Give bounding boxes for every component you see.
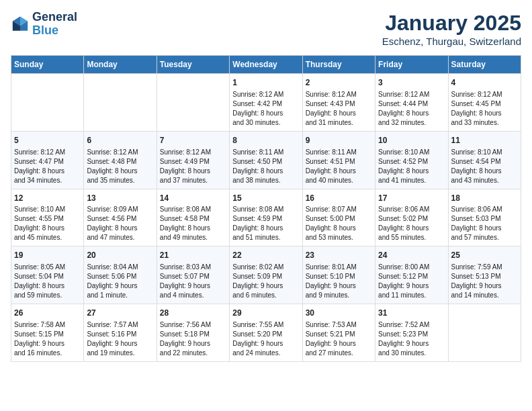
calendar-cell: 10Sunrise: 8:10 AM Sunset: 4:52 PM Dayli… [375, 131, 448, 189]
calendar-cell: 2Sunrise: 8:12 AM Sunset: 4:43 PM Daylig… [302, 74, 375, 132]
day-number: 10 [378, 135, 445, 146]
logo-icon [11, 15, 30, 34]
title-block: January 2025 Eschenz, Thurgau, Switzerla… [382, 11, 521, 47]
day-info: Sunrise: 8:03 AM Sunset: 5:07 PM Dayligh… [160, 263, 226, 300]
calendar-cell: 22Sunrise: 8:02 AM Sunset: 5:09 PM Dayli… [230, 246, 302, 304]
calendar-cell: 7Sunrise: 8:12 AM Sunset: 4:49 PM Daylig… [157, 131, 229, 189]
day-info: Sunrise: 8:10 AM Sunset: 4:54 PM Dayligh… [451, 148, 518, 185]
calendar-cell: 23Sunrise: 8:01 AM Sunset: 5:10 PM Dayli… [302, 246, 375, 304]
day-info: Sunrise: 8:12 AM Sunset: 4:45 PM Dayligh… [451, 90, 518, 128]
day-info: Sunrise: 8:10 AM Sunset: 4:55 PM Dayligh… [14, 205, 81, 242]
calendar-cell: 15Sunrise: 8:08 AM Sunset: 4:59 PM Dayli… [230, 189, 302, 246]
day-number: 3 [378, 77, 445, 89]
header-monday: Monday [84, 56, 157, 74]
calendar-cell: 28Sunrise: 7:56 AM Sunset: 5:18 PM Dayli… [157, 304, 229, 362]
calendar-cell: 17Sunrise: 8:06 AM Sunset: 5:02 PM Dayli… [375, 189, 448, 246]
day-number: 29 [232, 308, 299, 319]
calendar-cell [11, 74, 84, 132]
day-info: Sunrise: 8:06 AM Sunset: 5:02 PM Dayligh… [378, 205, 445, 242]
page-subtitle: Eschenz, Thurgau, Switzerland [382, 36, 521, 47]
day-info: Sunrise: 7:59 AM Sunset: 5:13 PM Dayligh… [451, 263, 518, 300]
day-number: 2 [306, 77, 372, 89]
day-info: Sunrise: 7:58 AM Sunset: 5:15 PM Dayligh… [14, 320, 81, 358]
calendar-cell: 9Sunrise: 8:11 AM Sunset: 4:51 PM Daylig… [302, 131, 375, 189]
day-info: Sunrise: 8:04 AM Sunset: 5:06 PM Dayligh… [87, 263, 153, 300]
calendar-cell: 4Sunrise: 8:12 AM Sunset: 4:45 PM Daylig… [448, 74, 521, 132]
day-info: Sunrise: 8:08 AM Sunset: 4:58 PM Dayligh… [160, 205, 226, 242]
day-number: 30 [306, 308, 372, 319]
day-info: Sunrise: 8:11 AM Sunset: 4:51 PM Dayligh… [306, 148, 372, 185]
calendar-week-row: 1Sunrise: 8:12 AM Sunset: 4:42 PM Daylig… [11, 74, 521, 132]
day-number: 4 [451, 77, 518, 89]
calendar-cell: 27Sunrise: 7:57 AM Sunset: 5:16 PM Dayli… [84, 304, 157, 362]
calendar-week-row: 12Sunrise: 8:10 AM Sunset: 4:55 PM Dayli… [11, 189, 521, 246]
day-info: Sunrise: 8:12 AM Sunset: 4:43 PM Dayligh… [306, 90, 372, 128]
day-info: Sunrise: 8:12 AM Sunset: 4:48 PM Dayligh… [87, 148, 153, 185]
day-number: 14 [160, 193, 226, 204]
header-wednesday: Wednesday [230, 56, 302, 74]
calendar-cell: 29Sunrise: 7:55 AM Sunset: 5:20 PM Dayli… [230, 304, 302, 362]
day-info: Sunrise: 8:05 AM Sunset: 5:04 PM Dayligh… [14, 263, 81, 300]
day-number: 18 [451, 193, 518, 204]
day-number: 24 [378, 250, 445, 261]
calendar-cell [448, 304, 521, 362]
day-info: Sunrise: 7:57 AM Sunset: 5:16 PM Dayligh… [87, 320, 153, 358]
calendar-cell: 31Sunrise: 7:52 AM Sunset: 5:23 PM Dayli… [375, 304, 448, 362]
header-saturday: Saturday [448, 56, 521, 74]
day-info: Sunrise: 8:02 AM Sunset: 5:09 PM Dayligh… [232, 263, 299, 300]
calendar-cell: 8Sunrise: 8:11 AM Sunset: 4:50 PM Daylig… [230, 131, 302, 189]
header-sunday: Sunday [11, 56, 84, 74]
day-number: 8 [232, 135, 299, 146]
day-info: Sunrise: 8:01 AM Sunset: 5:10 PM Dayligh… [306, 263, 372, 300]
calendar-week-row: 26Sunrise: 7:58 AM Sunset: 5:15 PM Dayli… [11, 304, 521, 362]
day-info: Sunrise: 8:12 AM Sunset: 4:42 PM Dayligh… [232, 90, 299, 128]
calendar-header-row: SundayMondayTuesdayWednesdayThursdayFrid… [11, 56, 521, 74]
calendar-cell: 6Sunrise: 8:12 AM Sunset: 4:48 PM Daylig… [84, 131, 157, 189]
day-number: 17 [378, 193, 445, 204]
day-info: Sunrise: 8:07 AM Sunset: 5:00 PM Dayligh… [306, 205, 372, 242]
day-number: 12 [14, 193, 81, 204]
header-thursday: Thursday [302, 56, 375, 74]
calendar-cell [157, 74, 229, 132]
header-friday: Friday [375, 56, 448, 74]
calendar-table: SundayMondayTuesdayWednesdayThursdayFrid… [11, 55, 521, 362]
calendar-cell: 18Sunrise: 8:06 AM Sunset: 5:03 PM Dayli… [448, 189, 521, 246]
calendar-cell: 13Sunrise: 8:09 AM Sunset: 4:56 PM Dayli… [84, 189, 157, 246]
day-info: Sunrise: 8:12 AM Sunset: 4:44 PM Dayligh… [378, 90, 445, 128]
day-info: Sunrise: 8:06 AM Sunset: 5:03 PM Dayligh… [451, 205, 518, 242]
day-number: 25 [451, 250, 518, 261]
page-title: January 2025 [382, 11, 521, 36]
calendar-cell: 16Sunrise: 8:07 AM Sunset: 5:00 PM Dayli… [302, 189, 375, 246]
day-number: 1 [232, 77, 299, 89]
day-info: Sunrise: 8:10 AM Sunset: 4:52 PM Dayligh… [378, 148, 445, 185]
logo-line2: Blue [32, 24, 77, 38]
calendar-cell: 5Sunrise: 8:12 AM Sunset: 4:47 PM Daylig… [11, 131, 84, 189]
calendar-cell: 14Sunrise: 8:08 AM Sunset: 4:58 PM Dayli… [157, 189, 229, 246]
day-number: 20 [87, 250, 153, 261]
day-number: 31 [378, 308, 445, 319]
calendar-cell: 24Sunrise: 8:00 AM Sunset: 5:12 PM Dayli… [375, 246, 448, 304]
page-header: General Blue January 2025 Eschenz, Thurg… [11, 11, 521, 47]
day-info: Sunrise: 7:55 AM Sunset: 5:20 PM Dayligh… [232, 320, 299, 358]
calendar-week-row: 5Sunrise: 8:12 AM Sunset: 4:47 PM Daylig… [11, 131, 521, 189]
day-number: 11 [451, 135, 518, 146]
day-number: 7 [160, 135, 226, 146]
logo: General Blue [11, 11, 77, 38]
calendar-cell [84, 74, 157, 132]
calendar-cell: 20Sunrise: 8:04 AM Sunset: 5:06 PM Dayli… [84, 246, 157, 304]
day-info: Sunrise: 8:11 AM Sunset: 4:50 PM Dayligh… [232, 148, 299, 185]
day-info: Sunrise: 7:56 AM Sunset: 5:18 PM Dayligh… [160, 320, 226, 358]
calendar-week-row: 19Sunrise: 8:05 AM Sunset: 5:04 PM Dayli… [11, 246, 521, 304]
calendar-cell: 1Sunrise: 8:12 AM Sunset: 4:42 PM Daylig… [230, 74, 302, 132]
calendar-cell: 19Sunrise: 8:05 AM Sunset: 5:04 PM Dayli… [11, 246, 84, 304]
day-info: Sunrise: 8:08 AM Sunset: 4:59 PM Dayligh… [232, 205, 299, 242]
day-number: 28 [160, 308, 226, 319]
calendar-cell: 3Sunrise: 8:12 AM Sunset: 4:44 PM Daylig… [375, 74, 448, 132]
day-info: Sunrise: 8:09 AM Sunset: 4:56 PM Dayligh… [87, 205, 153, 242]
day-number: 19 [14, 250, 81, 261]
logo-text: General Blue [32, 11, 77, 38]
day-number: 5 [14, 135, 81, 146]
day-number: 15 [232, 193, 299, 204]
header-tuesday: Tuesday [157, 56, 229, 74]
day-number: 16 [306, 193, 372, 204]
